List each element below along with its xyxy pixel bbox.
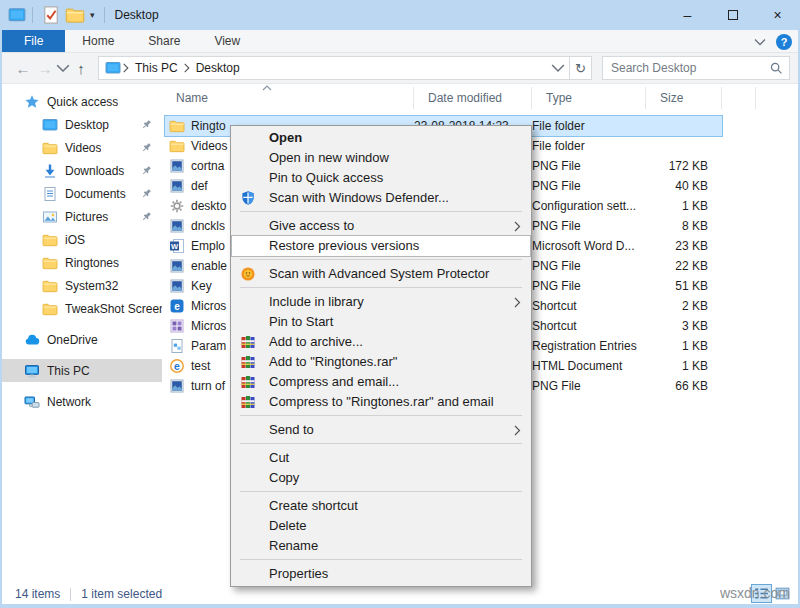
menu-separator <box>240 259 522 260</box>
file-type-cell: PNG File <box>532 179 646 193</box>
file-name: cortna <box>191 159 224 173</box>
sidebar-item-system32[interactable]: System32 <box>2 274 162 297</box>
refresh-button[interactable]: ↻ <box>570 56 592 80</box>
sidebar-item-label: Documents <box>65 187 126 201</box>
menu-item-pin-to-start[interactable]: Pin to Start <box>232 312 530 332</box>
sidebar-item-quick-access[interactable]: Quick access <box>2 90 162 113</box>
search-box[interactable] <box>602 56 790 80</box>
help-button[interactable]: ? <box>776 34 792 50</box>
sidebar-item-onedrive[interactable]: OneDrive <box>2 328 162 351</box>
sidebar-item-network[interactable]: Network <box>2 390 162 413</box>
column-header-name[interactable]: Name <box>162 87 414 109</box>
defender-icon <box>240 190 256 206</box>
window-icon[interactable] <box>8 6 26 24</box>
quick-access-newfolder-button[interactable] <box>65 5 85 25</box>
quick-access-properties-button[interactable] <box>41 5 61 25</box>
menu-item-delete[interactable]: Delete <box>232 516 530 536</box>
tab-home[interactable]: Home <box>65 30 131 52</box>
address-dropdown-icon[interactable] <box>551 63 565 73</box>
sidebar-item-desktop[interactable]: Desktop <box>2 113 162 136</box>
folder-icon <box>42 301 58 317</box>
file-size-cell: 1 KB <box>646 339 722 353</box>
sidebar-item-videos[interactable]: Videos <box>2 136 162 159</box>
thumbnails-view-button[interactable] <box>773 585 792 602</box>
menu-item-label: Include in library <box>269 294 364 309</box>
titlebar-divider <box>32 7 33 23</box>
file-type-cell: HTML Document <box>532 359 646 373</box>
svg-text:W: W <box>171 242 179 251</box>
details-view-button[interactable] <box>752 585 771 602</box>
tab-view[interactable]: View <box>197 30 257 52</box>
menu-item-cut[interactable]: Cut <box>232 448 530 468</box>
breadcrumb-desktop[interactable]: Desktop <box>192 61 244 75</box>
column-header-type[interactable]: Type <box>532 87 646 109</box>
png-icon <box>169 378 185 394</box>
file-size-cell: 1 KB <box>646 359 722 373</box>
column-header-size[interactable]: Size <box>646 87 722 109</box>
tab-share[interactable]: Share <box>131 30 197 52</box>
sidebar-item-label: TweakShot Screen C <box>65 302 162 316</box>
sidebar-item-label: This PC <box>47 364 90 378</box>
menu-separator <box>240 287 522 288</box>
menu-item-label: Send to <box>269 422 314 437</box>
sidebar-item-label: Desktop <box>65 118 109 132</box>
menu-item-compress-and-email[interactable]: Compress and email... <box>232 372 530 392</box>
sidebar-item-documents[interactable]: Documents <box>2 182 162 205</box>
sidebar-item-label: Quick access <box>47 95 118 109</box>
column-header-empty[interactable] <box>722 87 756 109</box>
search-input[interactable] <box>609 60 769 76</box>
menu-item-open[interactable]: Open <box>232 128 530 148</box>
tab-file[interactable]: File <box>2 30 65 52</box>
menu-item-add-to-archive[interactable]: Add to archive... <box>232 332 530 352</box>
menu-item-open-in-new-window[interactable]: Open in new window <box>232 148 530 168</box>
folder-icon <box>42 232 58 248</box>
menu-item-label: Open <box>269 130 302 145</box>
menu-item-scan-with-advanced-system-protector[interactable]: Scan with Advanced System Protector <box>232 264 530 284</box>
menu-item-pin-to-quick-access[interactable]: Pin to Quick access <box>232 168 530 188</box>
column-header-label: Type <box>546 91 572 105</box>
column-header-date-modified[interactable]: Date modified <box>414 87 532 109</box>
menu-item-add-to-ringtones-rar[interactable]: Add to "Ringtones.rar" <box>232 352 530 372</box>
file-type-cell: PNG File <box>532 159 646 173</box>
expand-ribbon-icon[interactable] <box>754 38 766 46</box>
menu-item-send-to[interactable]: Send to <box>232 420 530 440</box>
menu-item-rename[interactable]: Rename <box>232 536 530 556</box>
menu-item-label: Delete <box>269 518 307 533</box>
back-button[interactable]: ← <box>12 60 34 77</box>
sidebar-item-tweakshot-screen-c[interactable]: TweakShot Screen C <box>2 297 162 320</box>
file-name: def <box>191 179 208 193</box>
file-name: Videos <box>191 139 227 153</box>
menu-item-label: Scan with Advanced System Protector <box>269 266 489 281</box>
menu-item-compress-to-ringtones-rar-and-email[interactable]: Compress to "Ringtones.rar" and email <box>232 392 530 412</box>
close-button[interactable]: × <box>755 0 800 30</box>
menu-item-create-shortcut[interactable]: Create shortcut <box>232 496 530 516</box>
recent-locations-icon[interactable] <box>56 64 70 72</box>
menu-item-label: Copy <box>269 470 299 485</box>
menu-item-copy[interactable]: Copy <box>232 468 530 488</box>
minimize-button[interactable]: – <box>665 0 710 30</box>
sidebar-item-ios[interactable]: iOS <box>2 228 162 251</box>
address-box[interactable]: This PCDesktop <box>98 56 570 80</box>
menu-item-give-access-to[interactable]: Give access to <box>232 216 530 236</box>
breadcrumb-chevron-icon <box>122 63 130 73</box>
sidebar-item-downloads[interactable]: Downloads <box>2 159 162 182</box>
menu-item-scan-with-windows-defender[interactable]: Scan with Windows Defender... <box>232 188 530 208</box>
maximize-button[interactable] <box>710 0 755 30</box>
menu-item-include-in-library[interactable]: Include in library <box>232 292 530 312</box>
menu-item-properties[interactable]: Properties <box>232 564 530 584</box>
selection-count: 1 item selected <box>81 587 162 601</box>
file-name: Ringto <box>191 119 226 133</box>
forward-button[interactable]: → <box>34 60 56 77</box>
breadcrumb-this-pc[interactable]: This PC <box>131 61 182 75</box>
sidebar-item-pictures[interactable]: Pictures <box>2 205 162 228</box>
menu-item-label: Pin to Quick access <box>269 170 383 185</box>
up-button[interactable]: ↑ <box>70 60 92 77</box>
quick-access-toolbar-caret[interactable]: ▾ <box>90 10 95 20</box>
menu-item-restore-previous-versions[interactable]: Restore previous versions <box>232 236 530 256</box>
menu-separator <box>240 559 522 560</box>
sidebar-item-ringtones[interactable]: Ringtones <box>2 251 162 274</box>
picture-icon <box>42 209 58 225</box>
png-icon <box>169 178 185 194</box>
sidebar-item-this-pc[interactable]: This PC <box>2 359 162 382</box>
sidebar-item-label: Pictures <box>65 210 108 224</box>
